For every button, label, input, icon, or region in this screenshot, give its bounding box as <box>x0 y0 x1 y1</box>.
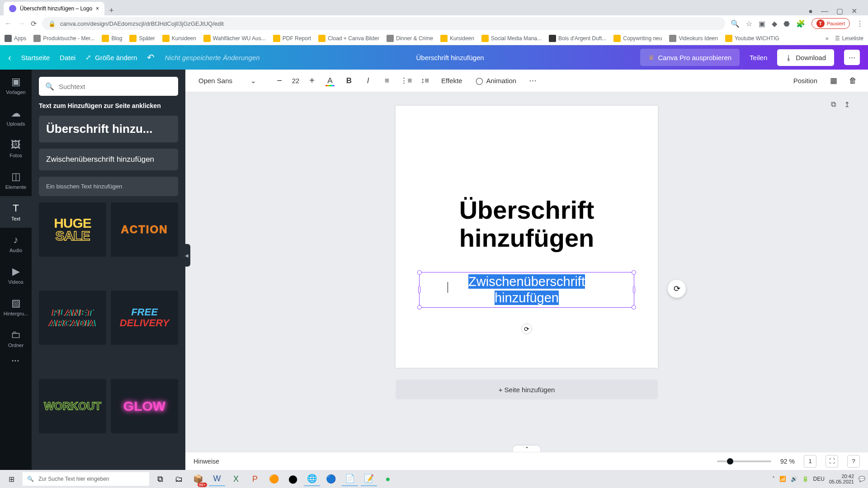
add-body-text-button[interactable]: Ein bisschen Text hinzufügen <box>39 177 178 196</box>
rail-uploads[interactable]: ☁Uploads <box>0 101 32 133</box>
rail-elements[interactable]: ◫Elemente <box>0 164 32 196</box>
bookmark-item[interactable]: Social Media Mana... <box>481 35 542 42</box>
word-icon[interactable]: W <box>209 472 225 486</box>
bookmark-apps[interactable]: Apps <box>5 35 26 42</box>
help-icon[interactable]: ? <box>847 455 860 468</box>
more-menu-icon[interactable]: ⋯ <box>844 50 860 65</box>
rail-templates[interactable]: ▣Vorlagen <box>0 70 32 101</box>
search-input-wrapper[interactable]: 🔍 <box>39 77 178 96</box>
notes-button[interactable]: Hinweise <box>193 458 219 465</box>
text-template[interactable]: ACTION <box>111 202 178 257</box>
spacing-button[interactable]: ↕≡ <box>417 73 433 89</box>
search-input[interactable] <box>59 83 172 90</box>
new-tab-button[interactable]: + <box>104 6 118 15</box>
bookmark-item[interactable]: Kursideen <box>162 35 196 42</box>
bookmark-item[interactable]: Copywriting neu <box>613 35 662 42</box>
list-button[interactable]: ⋮≡ <box>398 73 414 89</box>
bookmark-item[interactable]: Wahlfächer WU Aus... <box>203 35 266 42</box>
selection-handle[interactable] <box>417 270 422 275</box>
reading-list[interactable]: ☰Leseliste <box>835 35 863 42</box>
bookmark-item[interactable]: Später <box>129 35 155 42</box>
bookmark-star-icon[interactable]: ☆ <box>746 19 752 28</box>
page-indicator[interactable]: 1 <box>804 455 816 468</box>
taskbar-app-icon[interactable]: 🟠 <box>266 472 282 486</box>
share-button[interactable]: Teilen <box>750 54 767 61</box>
bookmark-item[interactable]: Produktsuche - Mer... <box>33 35 94 42</box>
duplicate-page-icon[interactable]: ⧉ <box>831 100 836 109</box>
chrome-icon[interactable]: 🌐 <box>304 472 320 486</box>
collapse-panel-button[interactable]: ◀ <box>183 244 190 267</box>
bookmark-item[interactable]: Dinner & Crime <box>387 35 433 42</box>
rail-background[interactable]: ▨Hintergru... <box>0 291 32 323</box>
excel-icon[interactable]: X <box>228 472 244 486</box>
rotate-handle[interactable]: ⟳ <box>521 324 532 334</box>
download-button[interactable]: ⭳Download <box>777 49 834 66</box>
bookmark-item[interactable]: Videokurs Ideen <box>669 35 718 42</box>
add-heading-button[interactable]: Überschrift hinzu... <box>39 116 178 142</box>
design-title[interactable]: Überschrift hinzufügen <box>270 54 631 61</box>
selection-handle[interactable] <box>632 305 636 310</box>
browser-tab[interactable]: Überschrift hinzufügen – Logo × <box>4 2 104 15</box>
task-view-icon[interactable]: ⧉ <box>152 472 168 486</box>
selection-side-handle[interactable] <box>633 286 635 293</box>
bookmark-item[interactable]: Cload + Canva Bilder <box>318 35 379 42</box>
rail-more-icon[interactable]: ••• <box>0 358 32 363</box>
font-size-increase-button[interactable]: + <box>305 74 319 88</box>
extension-icon[interactable]: ▣ <box>759 19 765 28</box>
transparency-button[interactable]: ▦ <box>826 73 842 89</box>
rail-audio[interactable]: ♪Audio <box>0 228 32 259</box>
taskbar-app-icon[interactable]: 📦99+ <box>190 472 206 486</box>
try-pro-button[interactable]: ♕Canva Pro ausprobieren <box>640 49 740 66</box>
rail-folders[interactable]: 🗀Ordner <box>0 323 32 354</box>
text-color-button[interactable]: A <box>322 73 338 89</box>
text-template[interactable]: HUGESALE <box>39 202 106 257</box>
align-button[interactable]: ≡ <box>379 73 395 89</box>
wifi-icon[interactable]: 📶 <box>779 476 786 482</box>
reload-icon[interactable]: ⟳ <box>31 19 37 28</box>
extensions-puzzle-icon[interactable]: 🧩 <box>796 19 805 28</box>
bookmark-item[interactable]: PDF Report <box>273 35 311 42</box>
start-button[interactable]: ⊞ <box>3 472 20 486</box>
back-icon[interactable]: ‹ <box>8 52 11 63</box>
language-indicator[interactable]: DEU <box>813 476 825 482</box>
extension-icon[interactable]: ◆ <box>772 19 777 28</box>
bookmark-item[interactable]: Blog <box>102 35 122 42</box>
share-page-icon[interactable]: ↥ <box>844 100 850 109</box>
zoom-slider[interactable] <box>717 460 771 462</box>
font-size-value[interactable]: 22 <box>287 77 305 84</box>
explorer-icon[interactable]: 🗂 <box>171 472 187 486</box>
rail-text[interactable]: TText <box>0 196 32 228</box>
selection-handle[interactable] <box>632 270 636 275</box>
nav-back-icon[interactable]: ← <box>5 19 12 28</box>
selection-side-handle[interactable] <box>418 286 420 293</box>
home-link[interactable]: Startseite <box>21 54 50 61</box>
close-window-icon[interactable]: ✕ <box>851 7 857 15</box>
notifications-icon[interactable]: 💬 <box>859 476 865 482</box>
font-selector[interactable]: Open Sans⌄ <box>193 74 269 88</box>
text-template[interactable]: WORKOUT <box>39 379 106 433</box>
profile-paused-badge[interactable]: T Pausiert <box>811 18 850 29</box>
font-size-decrease-button[interactable]: − <box>272 74 287 88</box>
spotify-icon[interactable]: ● <box>380 472 396 486</box>
floating-action-button[interactable]: ⟳ <box>668 280 686 298</box>
extension-icon[interactable]: ⬣ <box>783 19 790 28</box>
taskbar-app-icon[interactable]: 📝 <box>361 472 377 486</box>
undo-icon[interactable]: ↶ <box>147 52 155 63</box>
address-bar[interactable]: 🔒 canva.com/design/DAEdomzscjl/drBfJHdCo… <box>42 17 725 30</box>
powerpoint-icon[interactable]: P <box>247 472 263 486</box>
text-template[interactable]: GLOW <box>111 379 178 433</box>
heading-text-element[interactable]: Überschrift hinzufügen <box>396 196 658 252</box>
browser-menu-icon[interactable]: ⋮ <box>856 19 863 28</box>
fullscreen-icon[interactable]: ⛶ <box>826 455 838 468</box>
add-subheading-button[interactable]: Zwischenüberschrift hinzufügen <box>39 149 178 170</box>
italic-button[interactable]: I <box>360 73 376 89</box>
edge-icon[interactable]: 🔵 <box>323 472 339 486</box>
account-dot-icon[interactable]: ● <box>808 7 813 15</box>
add-page-button[interactable]: + Seite hinzufügen <box>396 380 658 399</box>
minimize-icon[interactable]: — <box>821 7 828 15</box>
animation-button[interactable]: ◯Animation <box>470 73 522 89</box>
selection-handle[interactable] <box>417 305 422 310</box>
bookmark-item[interactable]: Bois d'Argent Duft... <box>549 35 606 42</box>
resize-menu[interactable]: ⤢Größe ändern <box>85 53 137 61</box>
effects-button[interactable]: Effekte <box>436 73 467 89</box>
